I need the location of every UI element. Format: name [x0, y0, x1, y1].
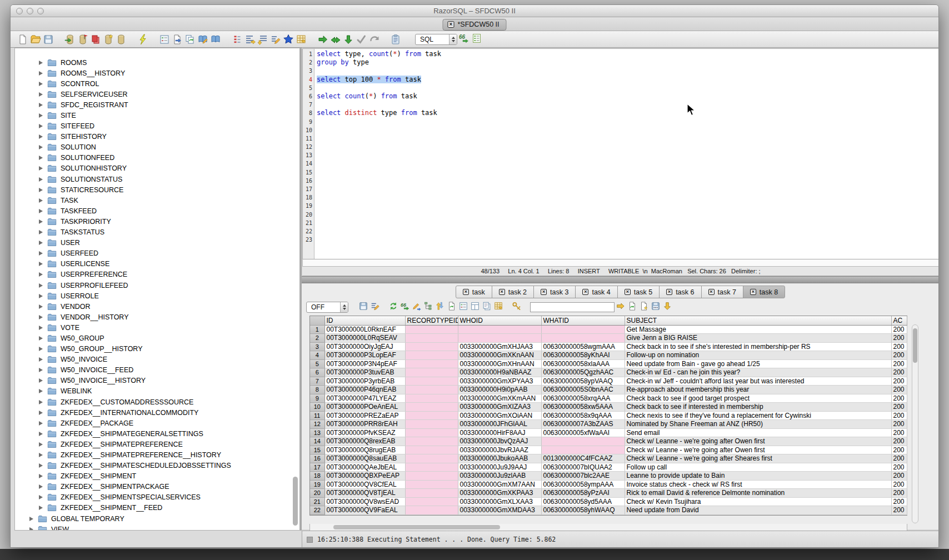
reload-grid-button[interactable] — [446, 301, 457, 312]
close-tab-icon[interactable]: × — [541, 289, 547, 295]
cell-whoid[interactable]: 0033000000GmXLXAA3 — [458, 497, 541, 506]
disclosure-triangle-icon[interactable] — [29, 517, 33, 521]
result-tab-task-8[interactable]: ×task 8 — [743, 286, 785, 298]
cell-whoid[interactable]: 0033000000GmXPYAA3 — [458, 377, 541, 386]
cell-subject[interactable]: Check w/ Leanne - we're going after Owen… — [625, 437, 891, 446]
cell-recordtypeid[interactable] — [405, 403, 458, 412]
cell-subject[interactable]: Give Jenn a BIG RAISE — [625, 334, 891, 343]
disclosure-triangle-icon[interactable] — [39, 336, 43, 341]
tree-item-zkfedex-shipmatescheduledjobssettings[interactable]: ZKFEDEX__SHIPMATESCHEDULEDJOBSSETTINGS — [15, 461, 299, 471]
stop-icon[interactable] — [307, 537, 313, 543]
cell-id[interactable]: 00T3000000P46qnEAB — [324, 386, 405, 394]
disclosure-triangle-icon[interactable] — [39, 188, 43, 192]
cell-whatid[interactable]: 006300000058xrqAAA — [541, 394, 625, 403]
cell-recordtypeid[interactable] — [405, 480, 458, 489]
tree-item-zkfedex-shipmategeneralsettings[interactable]: ZKFEDEX__SHIPMATEGENERALSETTINGS — [15, 428, 299, 439]
cell-whoid[interactable]: 0033000000JFhGlAAL — [458, 420, 541, 429]
table-row[interactable]: 1000T3000000POeAnEAL0033000000GmXIZAA300… — [310, 403, 907, 412]
row-number[interactable]: 21 — [310, 497, 324, 506]
table-row[interactable]: 700T3000000P3yrbEAB0033000000GmXPYAA3006… — [310, 377, 907, 386]
commit-button[interactable] — [354, 33, 367, 46]
cell-whoid[interactable] — [458, 334, 541, 343]
cell-id[interactable]: 00T3000000P3tuvEAB — [324, 368, 405, 377]
disclosure-triangle-icon[interactable] — [39, 198, 43, 203]
row-number[interactable]: 4 — [310, 351, 324, 360]
disclosure-triangle-icon[interactable] — [29, 527, 33, 531]
disclosure-triangle-icon[interactable] — [39, 230, 43, 234]
tree-item-userlicense[interactable]: USERLICENSE — [15, 259, 299, 269]
close-tab-icon[interactable]: × — [625, 289, 631, 295]
disclosure-triangle-icon[interactable] — [39, 92, 43, 97]
cell-ac[interactable]: 200 — [891, 359, 907, 368]
cell-subject[interactable]: Check back to see if interested in membe… — [625, 403, 891, 412]
tree-item-userrole[interactable]: USERROLE — [15, 291, 299, 301]
close-tab-icon[interactable]: × — [582, 289, 588, 295]
cell-whatid[interactable]: 0013000000C4fFCAAZ — [541, 454, 625, 463]
save-grid-button[interactable] — [650, 301, 661, 312]
cell-whoid[interactable]: 0033000000GmXMDAA3 — [458, 506, 541, 515]
cell-subject[interactable]: Need update from David — [625, 506, 891, 515]
cell-id[interactable]: 00T3000000P3N4pEAF — [324, 359, 405, 368]
cell-ac[interactable]: 200 — [891, 420, 907, 429]
table-row[interactable]: 1400T3000000Q8rexEAB0033000000JbvQzAAJCh… — [310, 437, 907, 446]
disclosure-triangle-icon[interactable] — [39, 61, 43, 65]
cell-whatid[interactable]: 006300000058x9qAAA — [541, 411, 625, 420]
tree-item-zkfedex-shipmatepreference[interactable]: ZKFEDEX__SHIPMATEPREFERENCE — [15, 439, 299, 449]
cell-ac[interactable]: 200 — [891, 454, 907, 463]
cell-recordtypeid[interactable] — [405, 420, 458, 429]
cell-ac[interactable]: 200 — [891, 506, 907, 515]
cell-ac[interactable]: 200 — [891, 368, 907, 377]
cell-id[interactable]: 00T3000000P3yrbEAB — [324, 377, 405, 386]
cell-id[interactable]: 00T3000000QV8wsEAD — [324, 497, 405, 506]
cell-recordtypeid[interactable] — [405, 497, 458, 506]
cell-whatid[interactable]: 00630000005QgzhAAC — [541, 368, 625, 377]
document-tab[interactable]: × *SFDCW50 II — [442, 19, 506, 31]
cell-id[interactable]: 00T3000000OiyJgEAJ — [324, 342, 405, 351]
close-tab-icon[interactable]: × — [708, 289, 715, 295]
cell-recordtypeid[interactable] — [405, 334, 458, 343]
editor-hscrollbar[interactable] — [302, 259, 939, 267]
rollback-button[interactable] — [367, 33, 380, 46]
disclosure-triangle-icon[interactable] — [39, 453, 43, 457]
result-tab-task-4[interactable]: ×task 4 — [575, 286, 617, 298]
grid-vscrollbar-thumb[interactable] — [913, 328, 917, 363]
disclosure-triangle-icon[interactable] — [39, 421, 43, 426]
cell-whoid[interactable]: 0033000000GmXOiAAN — [458, 411, 541, 420]
table-row[interactable]: 1500T3000000Q8rugEAB0033000000JbvRJAAZCh… — [310, 446, 907, 454]
disclosure-triangle-icon[interactable] — [39, 432, 43, 436]
cell-id[interactable]: 00T3000000QV8CfEAL — [324, 480, 405, 489]
cell-ac[interactable]: 200 — [891, 489, 907, 498]
cell-whatid[interactable]: 006300000058ypVAAQ — [541, 377, 625, 386]
sql-mode-select[interactable]: SQL — [415, 34, 457, 45]
disclosure-triangle-icon[interactable] — [39, 283, 43, 288]
save-file-button[interactable] — [42, 33, 54, 46]
bookmarks-book-button[interactable] — [209, 33, 222, 46]
cell-whoid[interactable]: 0033000000HirF8AAJ — [458, 428, 541, 437]
cell-whoid[interactable]: 0033000000GmXKPAA3 — [458, 489, 541, 498]
disclosure-triangle-icon[interactable] — [39, 400, 43, 404]
disclosure-triangle-icon[interactable] — [39, 71, 43, 76]
disclosure-triangle-icon[interactable] — [39, 241, 43, 245]
tree-item-sfdc-registrant[interactable]: SFDC_REGISTRANT — [15, 99, 299, 110]
tree-item-zkfedex-shipment[interactable]: ZKFEDEX__SHIPMENT — [15, 471, 299, 482]
close-tab-icon[interactable]: × — [750, 289, 756, 295]
row-number[interactable]: 18 — [310, 472, 324, 481]
cell-recordtypeid[interactable] — [405, 394, 458, 403]
row-number[interactable]: 2 — [310, 334, 324, 343]
table-row[interactable]: 2000T3000000QV8TjEAL0033000000GmXKPAA300… — [310, 489, 907, 498]
tree-item-w50-invoice[interactable]: W50_INVOICE — [15, 354, 299, 365]
cell-subject[interactable]: Check w/ Kevin Tsujihara — [625, 497, 891, 506]
tree-item-zkfedex-customaddresssource[interactable]: ZKFEDEX__CUSTOMADDRESSSOURCE — [15, 397, 299, 407]
cell-ac[interactable]: 200 — [891, 403, 907, 412]
disclosure-triangle-icon[interactable] — [39, 219, 43, 224]
tree-item-vote[interactable]: VOTE — [15, 322, 299, 333]
disclosure-triangle-icon[interactable] — [39, 166, 43, 171]
row-number[interactable]: 8 — [310, 386, 324, 394]
disclosure-triangle-icon[interactable] — [39, 357, 43, 362]
download-rows-button[interactable] — [661, 301, 673, 312]
cell-recordtypeid[interactable] — [405, 377, 458, 386]
cell-whatid[interactable]: 006300000058yKhAAI — [541, 351, 625, 360]
column-header-id[interactable]: ID — [324, 316, 405, 325]
execute-statement-button[interactable] — [316, 33, 329, 46]
disclosure-triangle-icon[interactable] — [39, 103, 43, 107]
